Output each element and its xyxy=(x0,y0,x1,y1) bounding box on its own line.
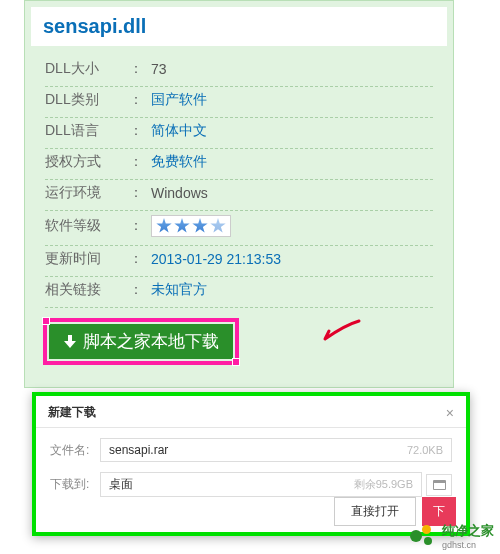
dialog-header: 新建下载 × xyxy=(36,396,466,428)
star-rating xyxy=(151,215,231,237)
value-size: 73 xyxy=(151,61,167,77)
label-license: 授权方式 xyxy=(45,153,129,171)
label-language: DLL语言 xyxy=(45,122,129,140)
saveto-row: 下载到: 剩余95.9GB xyxy=(50,472,452,497)
row-rating: 软件等级 ： xyxy=(45,211,433,246)
label-size: DLL大小 xyxy=(45,60,129,78)
info-panel: sensapi.dll DLL大小 ： 73 DLL类别 ： 国产软件 DLL语… xyxy=(24,0,454,388)
filename-input[interactable] xyxy=(109,443,407,457)
filename-input-wrap: 72.0KB xyxy=(100,438,452,462)
saveto-label: 下载到: xyxy=(50,476,100,493)
label-environment: 运行环境 xyxy=(45,184,129,202)
watermark-logo-icon xyxy=(410,523,436,549)
star-icon xyxy=(156,218,172,234)
star-icon xyxy=(192,218,208,234)
label-updated: 更新时间 xyxy=(45,250,129,268)
label-related: 相关链接 xyxy=(45,281,129,299)
star-icon xyxy=(210,218,226,234)
row-environment: 运行环境 ： Windows xyxy=(45,180,433,211)
watermark-text: 纯净之家 xyxy=(442,522,494,540)
saveto-input-wrap: 剩余95.9GB xyxy=(100,472,422,497)
filesize-text: 72.0KB xyxy=(407,444,443,456)
remaining-text: 剩余95.9GB xyxy=(354,477,413,492)
value-environment: Windows xyxy=(151,185,208,201)
value-updated[interactable]: 2013-01-29 21:13:53 xyxy=(151,251,281,267)
download-dialog: 新建下载 × 文件名: 72.0KB 下载到: 剩余95.9GB 直接打开 下 xyxy=(32,392,470,536)
download-button-highlight: 脚本之家本地下载 xyxy=(43,318,239,365)
label-rating: 软件等级 xyxy=(45,217,129,235)
value-related[interactable]: 未知官方 xyxy=(151,281,207,299)
row-language: DLL语言 ： 简体中文 xyxy=(45,118,433,149)
open-directly-button[interactable]: 直接打开 xyxy=(334,497,416,526)
row-category: DLL类别 ： 国产软件 xyxy=(45,87,433,118)
saveto-input[interactable] xyxy=(109,478,354,492)
download-button[interactable]: 脚本之家本地下载 xyxy=(49,324,233,359)
dialog-title: 新建下载 xyxy=(48,404,96,421)
value-category[interactable]: 国产软件 xyxy=(151,91,207,109)
star-icon xyxy=(174,218,190,234)
row-updated: 更新时间 ： 2013-01-29 21:13:53 xyxy=(45,246,433,277)
label-category: DLL类别 xyxy=(45,91,129,109)
watermark: 纯净之家 gdhst.cn xyxy=(410,522,494,550)
value-license[interactable]: 免费软件 xyxy=(151,153,207,171)
page-title: sensapi.dll xyxy=(43,15,435,38)
value-language[interactable]: 简体中文 xyxy=(151,122,207,140)
browse-folder-button[interactable] xyxy=(426,474,452,496)
row-license: 授权方式 ： 免费软件 xyxy=(45,149,433,180)
annotation-arrow-icon xyxy=(315,319,361,345)
filename-row: 文件名: 72.0KB xyxy=(50,438,452,462)
folder-icon xyxy=(433,480,446,490)
row-related: 相关链接 ： 未知官方 xyxy=(45,277,433,308)
close-icon[interactable]: × xyxy=(446,405,454,421)
title-bar: sensapi.dll xyxy=(31,7,447,46)
watermark-url: gdhst.cn xyxy=(442,540,494,550)
download-icon xyxy=(63,335,77,349)
row-size: DLL大小 ： 73 xyxy=(45,56,433,87)
download-button-label: 脚本之家本地下载 xyxy=(83,330,219,353)
info-list: DLL大小 ： 73 DLL类别 ： 国产软件 DLL语言 ： 简体中文 授权方… xyxy=(25,50,453,308)
filename-label: 文件名: xyxy=(50,442,100,459)
